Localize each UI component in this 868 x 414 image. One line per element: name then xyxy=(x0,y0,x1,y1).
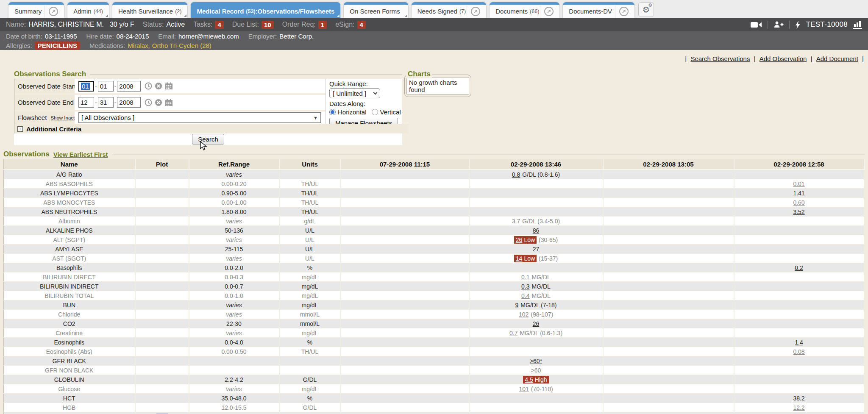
value-link[interactable]: 26 xyxy=(533,320,540,327)
obs-plot-cell xyxy=(135,394,189,403)
esign-count-badge[interactable]: 4 xyxy=(357,21,366,29)
chart-tab[interactable]: Summary ↗ xyxy=(8,2,64,18)
value-link[interactable]: 86 xyxy=(533,227,540,234)
medication-link[interactable]: Miralax xyxy=(128,42,148,49)
obs-value-cell: 0.2 xyxy=(734,263,864,272)
observation-row: Albumin varies g/dL 3.7G/DL (3.4-5.0) xyxy=(4,217,864,226)
additional-criteria-toggle[interactable]: + Additional Criteria xyxy=(14,124,409,133)
chart-tab[interactable]: Admin(44) ↗ xyxy=(67,2,109,18)
clear-date-icon[interactable] xyxy=(155,99,162,106)
bar-chart-icon[interactable] xyxy=(853,21,862,29)
value-link[interactable]: 3.7 xyxy=(512,218,520,225)
value-link[interactable]: 0.1 xyxy=(521,274,529,281)
tasks-count-badge[interactable]: 4 xyxy=(215,21,223,29)
obs-name-cell: AST (SGOT) xyxy=(4,254,135,263)
popout-arrow-icon[interactable]: ↗ xyxy=(49,7,58,16)
due-list-count-badge[interactable]: 10 xyxy=(262,21,274,29)
time-icon[interactable] xyxy=(145,99,152,106)
vertical-radio[interactable] xyxy=(372,109,378,115)
time-icon[interactable] xyxy=(145,82,152,90)
popout-arrow-icon[interactable]: ↗ xyxy=(619,7,629,16)
search-observations-link[interactable]: Search Observations xyxy=(690,55,750,62)
obs-value-cell xyxy=(341,300,469,310)
obs-name-cell: Eosinophils xyxy=(4,338,135,347)
value-link[interactable]: 1.41 xyxy=(793,190,804,197)
value-link[interactable]: 14 xyxy=(516,255,523,262)
obs-value-cell xyxy=(469,338,603,347)
lightning-bolt-icon[interactable] xyxy=(795,21,801,29)
calendar-icon[interactable] xyxy=(165,99,173,106)
observation-row: Creatinine varies mg/dL 0.7MG/DL (0.6-1.… xyxy=(4,328,864,338)
calendar-icon[interactable] xyxy=(165,82,173,90)
name-label: Name: xyxy=(6,21,26,28)
allergy-badge[interactable]: PENICILLINS xyxy=(35,42,80,50)
obs-value-cell: 1.5*High xyxy=(603,412,734,414)
chart-tab[interactable]: Needs Signed(7) ↗ xyxy=(412,2,487,18)
obs-value-cell xyxy=(734,226,864,235)
add-document-link[interactable]: Add Document xyxy=(816,55,858,62)
obs-value-cell: 0.1MG/DL xyxy=(469,272,603,282)
end-year-input[interactable]: 2008 xyxy=(117,97,141,108)
value-link[interactable]: 0.7 xyxy=(509,330,517,336)
value-link[interactable]: 0.08 xyxy=(793,348,804,355)
obs-value-cell xyxy=(469,394,603,403)
end-month-input[interactable]: 12 xyxy=(78,97,94,108)
start-day-input[interactable]: 01 xyxy=(98,81,114,92)
settings-gears-icon[interactable]: ⚙⚙ xyxy=(638,2,654,17)
expand-plus-icon[interactable]: + xyxy=(17,126,23,132)
value-link[interactable]: 101 xyxy=(519,386,529,392)
value-link[interactable]: 0.2 xyxy=(795,264,803,271)
hire-date-value: 08-24-2015 xyxy=(117,33,149,40)
obs-value-cell xyxy=(341,179,469,189)
order-req-count-badge[interactable]: 1 xyxy=(318,21,327,29)
start-month-input[interactable]: 01 xyxy=(78,81,94,92)
value-link[interactable]: 12.2 xyxy=(793,404,804,411)
obs-units-cell: TH/UL xyxy=(279,347,341,356)
value-link[interactable]: 0.4 xyxy=(521,292,529,299)
popout-arrow-icon[interactable]: ↗ xyxy=(544,7,554,16)
medication-link[interactable]: Ortho Tri-Cyclen (28) xyxy=(152,42,211,49)
chart-tab[interactable]: Medical Record(53):Observations/Flowshee… xyxy=(191,2,340,18)
value-link[interactable]: 27 xyxy=(533,246,540,253)
flowsheet-select[interactable]: [ All Observations ]▼ xyxy=(78,112,321,123)
add-observation-link[interactable]: Add Observation xyxy=(760,55,807,62)
popout-arrow-icon[interactable]: ↗ xyxy=(471,7,480,16)
obs-ref-range-cell: varies xyxy=(189,384,279,394)
add-person-icon[interactable] xyxy=(773,21,784,28)
tab-label: Documents xyxy=(495,8,528,15)
value-link[interactable]: >60* xyxy=(530,358,542,364)
value-link[interactable]: 102 xyxy=(519,311,529,318)
value-link[interactable]: >60 xyxy=(531,367,541,374)
obs-ref-range-cell: varies xyxy=(189,328,279,338)
chart-tab[interactable]: On Screen Forms ↗ xyxy=(344,2,408,18)
obs-value-cell xyxy=(603,179,734,189)
obs-ref-range-cell: 22-30 xyxy=(189,319,279,328)
value-link[interactable]: 9 xyxy=(515,302,519,308)
chart-tab[interactable]: Documents-DV ↗ xyxy=(563,2,634,18)
col-ref-range: Ref.Range xyxy=(189,159,279,169)
view-earliest-first-link[interactable]: View Earliest First xyxy=(53,151,108,158)
observation-row: BUN varies mg/dL 9MG/DL (7-18) xyxy=(4,300,864,310)
value-link[interactable]: 3.52 xyxy=(793,208,804,215)
quick-range-select[interactable]: [ Unlimited ] xyxy=(329,88,380,98)
obs-ref-range-cell: varies xyxy=(189,300,279,310)
value-link[interactable]: 4.5 xyxy=(525,376,533,383)
value-link[interactable]: 1.4 xyxy=(795,339,803,346)
clear-date-icon[interactable] xyxy=(155,82,162,90)
video-camera-icon[interactable] xyxy=(751,21,762,28)
value-link[interactable]: 0.8 xyxy=(512,171,520,178)
start-year-input[interactable]: 2008 xyxy=(117,81,141,92)
chart-tab[interactable]: Health Surveillance(2) ↗ xyxy=(112,2,188,18)
obs-units-cell xyxy=(279,169,341,179)
horizontal-radio[interactable] xyxy=(329,109,336,115)
value-link[interactable]: 38.2 xyxy=(793,395,804,402)
obs-value-cell xyxy=(603,356,734,366)
obs-ref-range-cell: 0.0-2.0 xyxy=(189,263,279,272)
value-link[interactable]: 26 xyxy=(516,236,523,243)
search-button[interactable]: Search xyxy=(192,134,224,144)
value-link[interactable]: 0.60 xyxy=(793,199,804,206)
value-link[interactable]: 0.01 xyxy=(793,181,804,187)
end-day-input[interactable]: 31 xyxy=(98,97,114,108)
value-link[interactable]: 0.3 xyxy=(521,283,529,290)
chart-tab[interactable]: Documents(66) ↗ xyxy=(490,2,559,18)
